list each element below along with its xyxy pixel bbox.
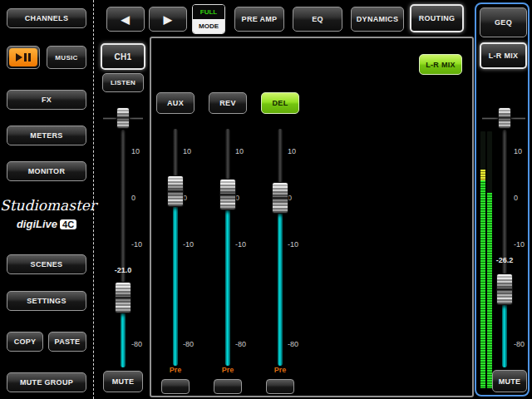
aux-send-button[interactable]: AUX [156,92,195,114]
play-pause-icon [9,48,37,66]
mode-toggle-bottom-label: MODE [193,19,224,33]
del-send-fader-handle[interactable] [272,182,288,214]
sidebar-item-monitor[interactable]: MONITOR [7,161,86,181]
aux-scale-minus80: -80 [183,340,201,348]
sidebar-item-fx[interactable]: FX [7,90,86,110]
ch1-mute-button[interactable]: MUTE [103,371,143,392]
digilive-logo: digiLive4C [0,218,93,230]
master-pan-handle[interactable] [498,107,511,129]
rev-send-fader-handle[interactable] [219,179,236,210]
mode-toggle-top-label: FULL [193,5,224,19]
channel-select-button[interactable]: CH1 [101,43,145,70]
tab-eq[interactable]: EQ [293,7,342,32]
aux-send-fader-fill [173,191,178,366]
meter-green-segment [487,193,492,388]
copy-button[interactable]: COPY [7,332,43,352]
sidebar-item-music[interactable]: MUSIC [47,46,86,69]
rev-scale-minus80: -80 [235,340,254,348]
del-scale-minus80: -80 [288,340,306,348]
sidebar-divider [93,0,94,399]
digilive-logo-text: digiLive [17,218,57,230]
pause-bar-icon [24,53,27,62]
tab-dynamics[interactable]: DYNAMICS [351,7,404,32]
aux-pre-option-button[interactable] [161,379,190,394]
rev-scale-0: 0 [235,194,254,202]
prev-channel-button[interactable]: ◀ [106,7,145,32]
pause-bar-icon [28,53,31,62]
right-arrow-icon: ▶ [164,13,172,26]
master-fader-handle[interactable] [496,273,513,305]
ch1-scale-minus10: -10 [131,240,150,249]
rev-send-button[interactable]: REV [209,92,247,114]
del-send-fader-fill [278,198,283,366]
next-channel-button[interactable]: ▶ [149,7,187,32]
full-mode-toggle[interactable]: FULL MODE [192,4,225,34]
ch1-pan-handle[interactable] [116,107,130,129]
sidebar-item-scenes[interactable]: SCENES [7,254,86,274]
paste-button[interactable]: PASTE [48,332,86,352]
sidebar-item-channels[interactable]: CHANNELS [7,8,86,28]
meter-yellow-segment [480,170,485,180]
aux-send-fader-handle[interactable] [167,175,184,207]
sidebar-item-settings[interactable]: SETTINGS [7,291,86,311]
del-scale-0: 0 [288,194,306,202]
geq-button[interactable]: GEQ [480,7,527,37]
ch1-scale-0: 0 [131,194,150,202]
ch1-scale-minus80: -80 [131,340,150,348]
master-scale-0: 0 [514,194,529,202]
mixer-app: CHANNELS MUSIC FX METERS MONITOR Studiom… [0,0,532,399]
sidebar-item-meters[interactable]: METERS [7,126,86,145]
meter-green-segment [480,180,485,388]
master-meter-right [487,131,492,388]
master-mute-button[interactable]: MUTE [492,370,527,392]
master-scale-10: 10 [514,147,529,155]
ch1-fader-handle[interactable] [115,282,131,313]
master-select-button[interactable]: L-R MIX [480,42,527,69]
rev-pre-option-button[interactable] [214,379,242,394]
play-pause-button[interactable] [7,46,40,69]
del-send-button[interactable]: DEL [261,92,299,114]
tab-pre-amp[interactable]: PRE AMP [234,7,284,32]
rev-scale-minus10: -10 [235,240,254,249]
play-icon [16,53,22,62]
del-scale-10: 10 [288,147,306,155]
ch1-scale-10: 10 [131,147,150,155]
aux-scale-minus10: -10 [183,240,201,249]
aux-pre-label: Pre [161,366,190,374]
aux-scale-0: 0 [183,194,201,202]
digilive-logo-badge: 4C [60,219,76,229]
master-meter-left [480,131,485,388]
rev-scale-10: 10 [235,147,254,155]
mute-group-button[interactable]: MUTE GROUP [7,372,86,392]
left-arrow-icon: ◀ [121,13,130,26]
master-scale-minus80: -80 [514,340,529,348]
listen-button[interactable]: LISTEN [102,73,144,92]
master-scale-minus10: -10 [514,240,529,249]
lr-mix-assign-button[interactable]: L-R MIX [419,54,462,75]
del-pre-label: Pre [266,366,294,374]
rev-pre-label: Pre [214,366,242,374]
del-scale-minus10: -10 [288,240,306,249]
del-pre-option-button[interactable] [266,379,294,394]
aux-scale-10: 10 [183,147,201,155]
tab-routing[interactable]: ROUTING [410,4,464,32]
rev-send-fader-fill [225,195,230,366]
ch1-fader-value: -21.0 [102,266,144,274]
studiomaster-logo: Studiomaster [0,197,93,214]
